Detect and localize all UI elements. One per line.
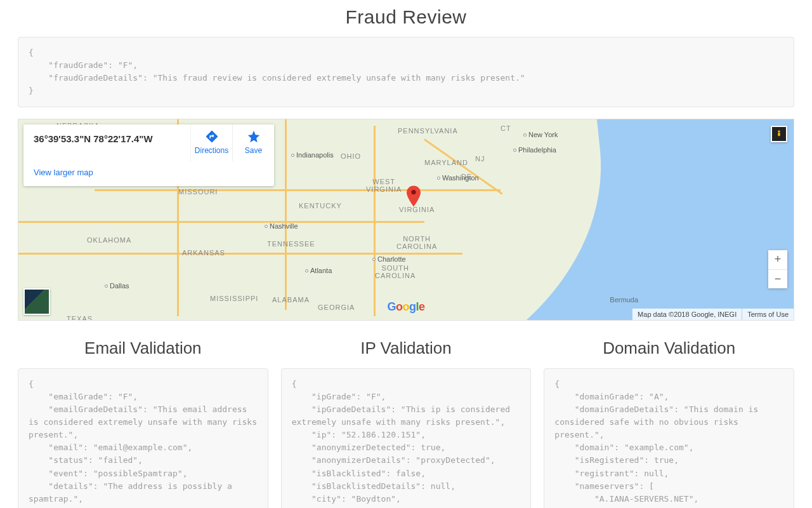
state-label: OKLAHOMA [87,236,131,244]
domain-json: { "domainGrade": "A", "domainGradeDetail… [544,368,794,508]
email-json: { "emailGrade": "F", "emailGradeDetails"… [18,368,268,508]
map-road [374,126,376,316]
city-label: New York [523,131,558,138]
state-label: GEORGIA [318,304,355,311]
map-attribution: Map data ©2018 Google, INEGI Terms of Us… [632,309,794,320]
state-label: MISSISSIPPI [210,295,258,302]
state-label: MISSOURI [178,188,218,196]
save-button[interactable]: Save [232,124,274,161]
map-marker-icon[interactable] [407,185,421,207]
directions-icon [205,130,219,144]
city-label: Indianapolis [291,151,334,159]
map-road [18,221,424,223]
ip-validation-title: IP Validation [281,338,532,358]
zoom-in-button[interactable]: + [768,250,787,269]
zoom-out-button[interactable]: − [768,269,787,288]
google-logo: Google [387,300,424,314]
email-validation-title: Email Validation [18,338,268,358]
state-label: WEST VIRGINIA [366,178,402,193]
state-label: TEXAS [67,315,93,321]
star-icon [247,130,261,144]
svg-point-0 [411,189,416,194]
state-label: ARKANSAS [182,249,225,257]
map-info-card: 36°39'53.3"N 78°22'17.4"W Directions Sav… [23,124,274,186]
state-label: SOUTH CAROLINA [375,264,416,279]
map-data-label: Map data ©2018 Google, INEGI [632,309,742,320]
map-coords: 36°39'53.3"N 78°22'17.4"W [23,124,190,148]
state-label: KENTUCKY [299,202,342,210]
fraud-review-title: Fraud Review [18,6,794,28]
svg-point-1 [778,130,780,133]
city-label: Atlanta [305,267,332,274]
svg-rect-2 [778,132,780,136]
satellite-toggle[interactable] [23,288,50,315]
city-label: Philadelphia [513,146,556,154]
state-label: NJ [475,155,485,163]
domain-validation-title: Domain Validation [544,338,794,358]
state-label: MARYLAND [424,159,468,166]
state-label: CT [501,124,511,132]
map-road [95,189,501,191]
view-larger-map-link[interactable]: View larger map [23,161,274,186]
map-label-bermuda: Bermuda [610,296,638,304]
state-label: TENNESSEE [267,240,315,248]
zoom-controls: + − [768,250,787,288]
directions-button[interactable]: Directions [190,124,232,161]
city-label: Washington [437,174,479,182]
state-label: PENNSYLVANIA [398,127,458,135]
google-map[interactable]: NEBRASKA MISSOURI ARKANSAS OKLAHOMA TEXA… [18,119,794,321]
city-label: Charlotte [372,255,406,263]
pegman-icon [775,128,783,140]
ip-json: { "ipGrade": "F", "ipGradeDetails": "Thi… [281,368,532,508]
map-road [18,253,462,255]
state-label: ALABAMA [272,296,310,304]
city-label: Dallas [105,282,129,290]
streetview-button[interactable] [771,126,787,142]
map-road [285,119,287,310]
fraud-json: { "fraudGrade": "F", "fraudGradeDetails"… [18,37,794,107]
city-label: Nashville [265,222,298,230]
terms-of-use-link[interactable]: Terms of Use [742,309,794,320]
state-label: NORTH CAROLINA [396,235,437,250]
state-label: OHIO [341,152,361,160]
